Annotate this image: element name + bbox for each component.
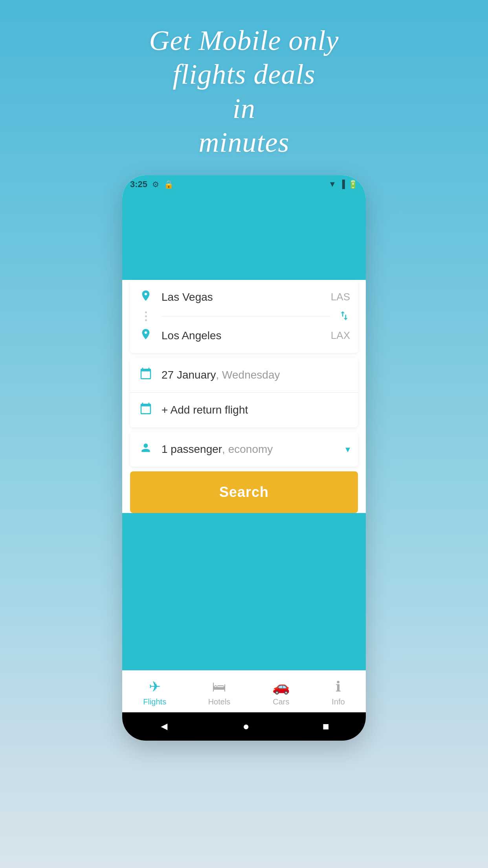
cars-nav-label: Cars — [273, 697, 289, 706]
passenger-row[interactable]: 1 passenger , economy ▾ — [130, 432, 358, 467]
destination-city[interactable]: Los Angeles — [161, 329, 222, 342]
origin-city[interactable]: Las Vegas — [161, 291, 213, 303]
flights-nav-label: Flights — [143, 697, 166, 706]
date-card[interactable]: 27 January , Wednesday + Add return flig… — [130, 358, 358, 427]
android-back-button[interactable]: ◄ — [159, 720, 170, 733]
search-form: Las Vegas LAS — [122, 280, 366, 513]
status-bar: 3:25 ⚙ 🔒 ▼ ▐ 🔋 — [122, 175, 366, 193]
flights-icon: ✈ — [149, 679, 161, 695]
info-nav-label: Info — [332, 697, 345, 706]
time-display: 3:25 — [130, 179, 147, 189]
nav-item-info[interactable]: ℹ Info — [332, 679, 345, 706]
lock-icon: 🔒 — [164, 180, 174, 189]
nav-item-hotels[interactable]: 🛏 Hotels — [208, 679, 231, 706]
destination-code: LAX — [331, 329, 350, 342]
passenger-count: 1 passenger — [161, 443, 222, 456]
return-flight-label[interactable]: + Add return flight — [161, 404, 248, 416]
battery-icon: 🔋 — [348, 180, 358, 189]
nav-item-flights[interactable]: ✈ Flights — [143, 679, 166, 706]
departure-day: , Wednesday — [216, 369, 280, 381]
return-flight-row[interactable]: + Add return flight — [130, 392, 358, 427]
hotels-nav-label: Hotels — [208, 697, 231, 706]
destination-pin-icon — [138, 328, 154, 344]
phone-device: 3:25 ⚙ 🔒 ▼ ▐ 🔋 Las Vegas LAS — [122, 175, 366, 741]
passenger-card[interactable]: 1 passenger , economy ▾ — [130, 432, 358, 467]
connector-dot-3 — [145, 319, 147, 321]
bottom-navigation: ✈ Flights 🛏 Hotels 🚗 Cars ℹ Info — [122, 670, 366, 712]
departure-calendar-icon — [138, 367, 154, 383]
cars-icon: 🚗 — [272, 679, 290, 695]
origin-row[interactable]: Las Vegas LAS — [130, 280, 358, 310]
app-footer-teal — [122, 513, 366, 670]
search-button[interactable]: Search — [130, 471, 358, 513]
hero-text: Get Mobile only flights deals in minutes — [149, 24, 339, 160]
return-calendar-icon — [138, 402, 154, 418]
location-card[interactable]: Las Vegas LAS — [130, 280, 358, 353]
origin-code: LAS — [331, 291, 350, 303]
info-icon: ℹ — [336, 679, 341, 695]
settings-icon: ⚙ — [152, 180, 159, 189]
connector-dot-2 — [145, 315, 147, 317]
departure-date-row[interactable]: 27 January , Wednesday — [130, 358, 358, 392]
destination-row[interactable]: Los Angeles LAX — [130, 323, 358, 353]
origin-pin-icon — [138, 289, 154, 305]
passenger-dropdown-icon[interactable]: ▾ — [345, 444, 350, 455]
signal-icon: ▐ — [339, 180, 345, 189]
android-recent-button[interactable]: ■ — [323, 720, 329, 733]
app-header — [122, 193, 366, 280]
wifi-icon: ▼ — [328, 180, 336, 189]
swap-button[interactable] — [338, 310, 350, 323]
connector-dot-1 — [145, 311, 147, 313]
hotels-icon: 🛏 — [212, 679, 226, 695]
android-navigation: ◄ ● ■ — [122, 712, 366, 741]
nav-item-cars[interactable]: 🚗 Cars — [272, 679, 290, 706]
passenger-class: , economy — [222, 443, 273, 456]
departure-date: 27 January — [161, 369, 216, 381]
android-home-button[interactable]: ● — [243, 720, 250, 733]
passenger-icon — [138, 441, 154, 457]
